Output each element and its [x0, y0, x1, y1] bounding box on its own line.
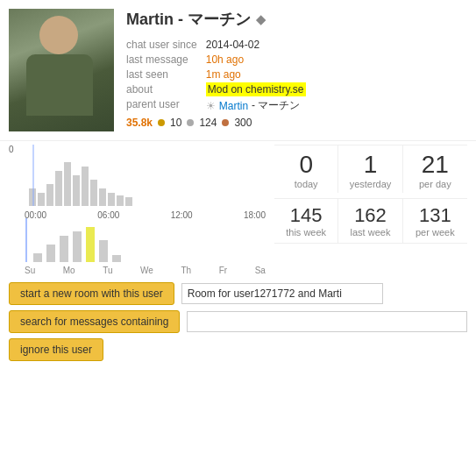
last-seen-value: 1m ago — [206, 68, 465, 81]
svg-rect-19 — [99, 240, 108, 262]
search-row: search for messages containing — [9, 310, 467, 333]
stat-per-week: 131 per week — [403, 199, 467, 243]
stats-right: 0 today 1 yesterday 21 per day 145 this … — [274, 145, 467, 275]
label-tu: Tu — [103, 266, 112, 275]
svg-rect-4 — [64, 162, 71, 206]
last-message-value: 10h ago — [206, 53, 465, 66]
chat-since-label: chat user since — [126, 39, 197, 51]
svg-rect-11 — [125, 197, 132, 206]
stats-row1: 0 today 1 yesterday 21 per day — [274, 145, 467, 193]
bronze-badge-dot — [222, 119, 229, 126]
stat-per-week-label: per week — [407, 227, 464, 238]
bronze-badge-count: 300 — [234, 117, 252, 129]
diamond-icon: ◆ — [256, 12, 266, 26]
sun-icon: ☀ — [206, 100, 216, 112]
svg-rect-15 — [46, 245, 55, 262]
search-messages-input[interactable] — [187, 311, 467, 332]
weekly-labels: Su Mo Tu We Th Fr Sa — [25, 266, 266, 275]
room-name-input[interactable] — [181, 283, 383, 304]
svg-rect-21 — [86, 227, 95, 262]
hourly-chart-svg — [25, 145, 281, 206]
svg-rect-0 — [29, 188, 36, 206]
svg-rect-10 — [117, 195, 124, 206]
parent-user-value: ☀ Martin - マーチン — [206, 98, 465, 113]
label-mo: Mo — [63, 266, 75, 275]
avatar-image — [9, 9, 114, 131]
stat-today-label: today — [278, 179, 334, 189]
svg-rect-1 — [38, 193, 45, 206]
svg-rect-9 — [108, 193, 115, 206]
svg-rect-6 — [82, 167, 89, 206]
parent-user-suffix: - マーチン — [252, 98, 300, 113]
stat-per-day-label: per day — [407, 179, 464, 189]
profile-info: Martin - マーチン ◆ chat user since 2014-04-… — [126, 9, 465, 129]
stat-yesterday-value: 1 — [342, 153, 398, 177]
stat-last-week: 162 last week — [338, 199, 402, 243]
svg-rect-16 — [60, 236, 68, 262]
svg-rect-8 — [99, 188, 106, 206]
profile-name: Martin - マーチン ◆ — [126, 9, 465, 30]
stat-yesterday-label: yesterday — [342, 179, 398, 189]
hourly-chart: 0 00:00 06:00 12:00 — [9, 145, 266, 215]
svg-rect-5 — [73, 175, 80, 206]
new-room-button[interactable]: start a new room with this user — [9, 282, 174, 305]
stat-per-day: 21 per day — [403, 145, 467, 193]
weekly-chart: Su Mo Tu We Th Fr Sa — [9, 218, 266, 275]
svg-rect-17 — [73, 231, 82, 262]
label-fr: Fr — [219, 266, 227, 275]
svg-rect-20 — [112, 255, 121, 262]
label-su: Su — [25, 266, 35, 275]
parent-user-label: parent user — [126, 98, 197, 113]
about-highlight: Mod on chemistry.se — [206, 82, 306, 96]
reputation-row: 35.8k 10 124 300 — [126, 117, 465, 129]
ignore-row: ignore this user — [9, 338, 467, 361]
svg-rect-7 — [90, 180, 97, 206]
rep-score: 35.8k — [126, 117, 153, 129]
about-label: about — [126, 83, 197, 96]
chat-since-value: 2014-04-02 — [206, 39, 465, 51]
actions-area: start a new room with this user search f… — [0, 275, 476, 368]
stat-last-week-value: 162 — [342, 204, 398, 227]
search-messages-button[interactable]: search for messages containing — [9, 310, 180, 333]
label-we: We — [140, 266, 153, 275]
gold-badge-dot — [158, 119, 165, 126]
charts-stats-area: 0 00:00 06:00 12:00 — [0, 140, 476, 275]
stat-this-week: 145 this week — [274, 199, 338, 243]
stat-per-week-value: 131 — [407, 204, 464, 227]
stat-last-week-label: last week — [342, 227, 398, 238]
stat-per-day-value: 21 — [407, 153, 464, 177]
ignore-user-button[interactable]: ignore this user — [9, 338, 103, 361]
stat-today-value: 0 — [278, 153, 334, 177]
stat-today: 0 today — [274, 145, 338, 193]
label-sa: Sa — [255, 266, 266, 275]
parent-user-link[interactable]: Martin — [219, 100, 248, 112]
svg-rect-3 — [55, 171, 62, 206]
last-seen-label: last seen — [126, 68, 197, 81]
svg-rect-2 — [46, 184, 53, 206]
profile-section: Martin - マーチン ◆ chat user since 2014-04-… — [0, 0, 476, 140]
stats-row2: 145 this week 162 last week 131 per week — [274, 198, 467, 244]
y-label: 0 — [9, 145, 14, 154]
silver-badge-count: 124 — [199, 117, 217, 129]
new-room-row: start a new room with this user — [9, 282, 467, 305]
charts-left: 0 00:00 06:00 12:00 — [9, 145, 266, 275]
weekly-chart-svg — [25, 218, 281, 262]
label-th: Th — [181, 266, 191, 275]
last-message-label: last message — [126, 53, 197, 66]
silver-badge-dot — [187, 119, 194, 126]
info-table: chat user since 2014-04-02 last message … — [126, 39, 465, 113]
svg-rect-14 — [33, 253, 42, 262]
stat-this-week-value: 145 — [278, 204, 334, 227]
gold-badge-count: 10 — [170, 117, 181, 129]
stat-this-week-label: this week — [278, 227, 334, 238]
stat-yesterday: 1 yesterday — [338, 145, 402, 193]
username: Martin - マーチン — [126, 9, 251, 30]
avatar — [9, 9, 114, 131]
about-value: Mod on chemistry.se — [206, 83, 465, 96]
